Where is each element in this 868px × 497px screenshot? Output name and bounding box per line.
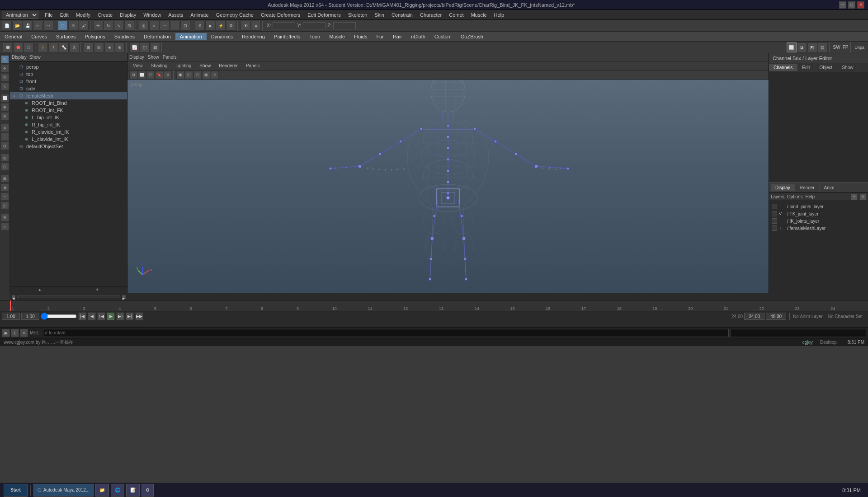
select-mode-button[interactable]: ↖ [1, 55, 9, 63]
outliner-scroll-left[interactable]: ◂ [12, 295, 15, 299]
play-button[interactable]: ▶ [107, 312, 115, 320]
graph-editor-button[interactable]: 📈 [129, 42, 139, 52]
outliner-item-root-fk[interactable]: ⊕ ROOT_int_FK [10, 107, 127, 114]
mel-input[interactable] [43, 329, 729, 337]
smooth-shade-button[interactable]: ◪ [797, 42, 807, 52]
layer-edit-menu[interactable]: Options [787, 194, 802, 199]
menu-surfaces[interactable]: Surfaces [52, 33, 80, 40]
start-frame-input[interactable] [2, 313, 20, 320]
menu-painteffects[interactable]: PaintEffects [269, 33, 305, 40]
deformer-button[interactable]: ◈ [104, 42, 114, 52]
lasso-button[interactable]: ⊕ [1, 103, 9, 111]
vertex-button[interactable]: ◈ [1, 183, 9, 192]
extrude-button[interactable]: ⬦ [1, 222, 9, 230]
menu-modify[interactable]: Modify [72, 11, 94, 19]
next-key-button[interactable]: ▶⟩ [116, 312, 124, 320]
outliner-display-menu[interactable]: Display [12, 55, 27, 60]
go-to-start-button[interactable]: |◀ [78, 312, 86, 320]
outliner-scroll-up[interactable]: ▲ [38, 287, 42, 292]
menu-character[interactable]: Character [416, 11, 445, 19]
layer-row-femalemesh[interactable]: T / femaleMeshLayer [769, 225, 868, 232]
vp-menu-show[interactable]: Show [196, 63, 214, 69]
dope-sheet-button[interactable]: ◫ [140, 42, 150, 52]
vp-img-plane-button[interactable]: ▣ [176, 71, 184, 79]
outliner-item-root-bind[interactable]: ⊕ ROOT_int_Bind [10, 99, 127, 107]
redo-button[interactable]: ↪ [43, 21, 53, 31]
vp-menu-shading[interactable]: Shading [147, 63, 171, 69]
layer-row-bind[interactable]: / bind_joints_layer [769, 203, 868, 210]
menu-fluids[interactable]: Fluids [349, 33, 372, 40]
wireframe-button[interactable]: ⬜ [787, 42, 797, 52]
character-2-icon[interactable]: 🏃 [48, 42, 58, 52]
snap-point-lt-button[interactable]: · [1, 133, 9, 141]
playback-end-input[interactable] [766, 313, 786, 320]
vp-menu-renderer[interactable]: Renderer [215, 63, 241, 69]
menu-help[interactable]: Help [491, 11, 508, 19]
vp-snap-button[interactable]: ⊕ [164, 71, 172, 79]
render-settings-button[interactable]: ⚙ [226, 21, 236, 31]
maximize-button[interactable]: □ [848, 1, 855, 9]
vp-overscan-button[interactable]: ⬡ [193, 71, 202, 79]
menu-create[interactable]: Create [94, 11, 116, 19]
menu-create-deformers[interactable]: Create Deformers [257, 11, 304, 19]
layer-options-button[interactable]: ≡ [860, 194, 866, 200]
constraint-2-button[interactable]: ⊟ [94, 42, 104, 52]
blend-shape-button[interactable]: ⊕ [115, 42, 125, 52]
layer-vis-bind[interactable] [772, 204, 777, 209]
select-tool-button[interactable]: ⬡ [58, 21, 68, 31]
menu-dynamics[interactable]: Dynamics [207, 33, 237, 40]
crease-tool-button[interactable]: ≋ [1, 213, 9, 221]
current-frame-input[interactable] [21, 313, 39, 320]
show-manipulator-button[interactable]: ⊞ [124, 21, 134, 31]
isolate-button[interactable]: ◈ [251, 21, 261, 31]
outliner-item-l-hip[interactable]: ⊕ L_hip_int_IK [10, 114, 127, 121]
vp-menu-lighting[interactable]: Lighting [172, 63, 195, 69]
snap-curve-button[interactable]: 〰 [160, 21, 170, 31]
panel-panels-menu[interactable]: Panels [163, 55, 177, 60]
mel-history-button[interactable]: ⟨ [11, 329, 19, 337]
menu-animation[interactable]: Animation [175, 33, 207, 40]
menu-ncloth[interactable]: nCloth [406, 33, 430, 40]
menu-gozbrush[interactable]: GoZBrush [456, 33, 488, 40]
cb-tab-channels[interactable]: Channels [769, 64, 797, 71]
mode-selector[interactable]: Animation Modeling Rigging Rendering [2, 11, 38, 19]
menu-subdivs[interactable]: Subdives [110, 33, 139, 40]
taskbar-btn-2[interactable]: 📁 [95, 484, 109, 497]
sculpt-button[interactable]: ⬡ [1, 163, 9, 171]
layer-help-menu[interactable]: Help [805, 194, 815, 199]
layer-vis-femalemesh[interactable] [772, 225, 777, 231]
menu-geometry-cache[interactable]: Geometry Cache [212, 11, 257, 19]
minimize-button[interactable]: ─ [839, 1, 846, 9]
layer-tab-render[interactable]: Render [795, 184, 820, 191]
outliner-item-persp[interactable]: ⊡ persp [10, 63, 127, 70]
rotate-tool-button[interactable]: ↻ [104, 21, 113, 31]
character-icon[interactable]: 🚶 [38, 42, 48, 52]
vp-frame-all-button[interactable]: ⬜ [138, 71, 146, 79]
menu-muscle[interactable]: Muscle [467, 11, 491, 19]
vp-menu-view[interactable]: View [129, 63, 146, 69]
auto-key-button[interactable]: ⬤ [13, 42, 23, 52]
new-scene-button[interactable]: 📄 [2, 21, 12, 31]
menu-comet[interactable]: Comet [445, 11, 467, 19]
set-key-button[interactable]: ⬤ [3, 42, 13, 52]
vp-camera-button[interactable]: ⊡ [129, 71, 137, 79]
outliner-scroll-track[interactable] [17, 295, 120, 298]
viewport-content[interactable]: X Y Z persp [127, 80, 769, 293]
y-input[interactable] [303, 22, 326, 29]
lasso-select-button[interactable]: ⊕ [68, 21, 78, 31]
layer-row-fk[interactable]: V / FK_joint_layer [769, 210, 868, 217]
ipr-button[interactable]: ⚡ [216, 21, 226, 31]
vp-bookmark-button[interactable]: 🔖 [155, 71, 163, 79]
prev-key-button[interactable]: ⟨◀ [97, 312, 105, 320]
timeline-scrubber[interactable] [41, 313, 77, 320]
x-input[interactable] [273, 22, 295, 29]
menu-general[interactable]: General [0, 33, 27, 40]
constraint-button[interactable]: ⊞ [84, 42, 94, 52]
prev-frame-button[interactable]: ◀ [88, 312, 96, 320]
layer-row-ik[interactable]: / IK_joints_layer [769, 217, 868, 225]
mel-script-button[interactable]: ▶ [2, 329, 10, 337]
vp-menu-panels[interactable]: Panels [242, 63, 264, 69]
menu-edit-deformers[interactable]: Edit Deformers [304, 11, 344, 19]
snap-surface-lt-button[interactable]: ⊡ [1, 142, 9, 150]
go-to-end-button[interactable]: ▶▶ [135, 312, 143, 320]
